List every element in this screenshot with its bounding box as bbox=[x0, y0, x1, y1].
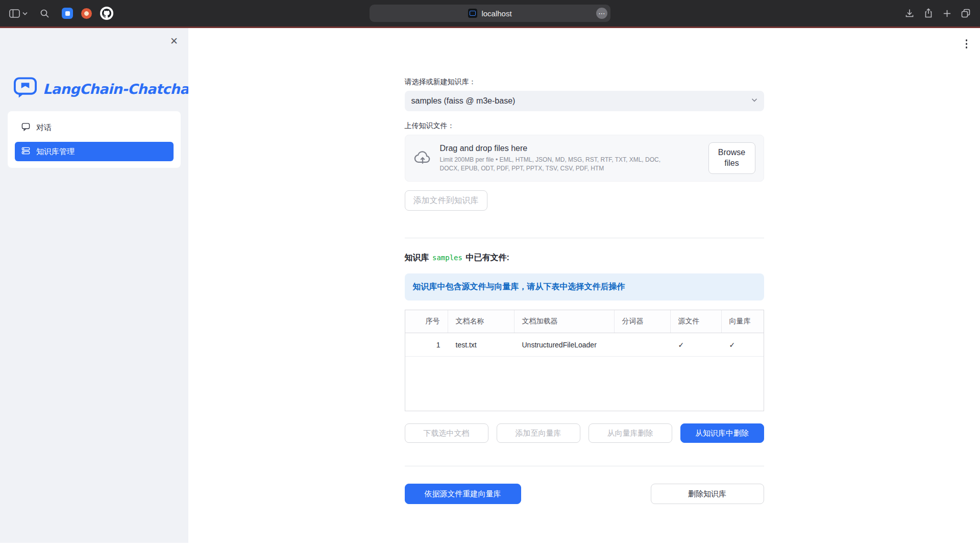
sidebar-toggle-icon[interactable] bbox=[9, 9, 20, 18]
logo-text: LangChain-Chatchat bbox=[43, 81, 195, 97]
table-header-vectorstore[interactable]: 向量库 bbox=[722, 310, 764, 333]
kb-heading-prefix: 知识库 bbox=[405, 253, 431, 262]
cell-filename: test.txt bbox=[448, 333, 514, 356]
content-column: 请选择或新建知识库： samples (faiss @ m3e-base) 上传… bbox=[405, 28, 764, 504]
upload-label: 上传知识文件： bbox=[405, 121, 764, 131]
toolbar-left-group bbox=[9, 7, 113, 20]
sidebar-item-knowledge-base[interactable]: 知识库管理 bbox=[15, 142, 174, 161]
chat-bubble-icon bbox=[21, 122, 30, 133]
sidebar-item-dialogue[interactable]: 对话 bbox=[15, 118, 174, 137]
kb-select-label: 请选择或新建知识库： bbox=[405, 78, 764, 87]
download-selected-button[interactable]: 下载选中文档 bbox=[405, 423, 488, 443]
table-header-splitter[interactable]: 分词器 bbox=[615, 310, 671, 333]
kb-manage-buttons: 依据源文件重建向量库 删除知识库 bbox=[405, 484, 764, 504]
cloud-upload-icon bbox=[413, 149, 432, 167]
cell-sourcefile-check: ✓ bbox=[671, 333, 722, 356]
file-dropzone[interactable]: Drag and drop files here Limit 200MB per… bbox=[405, 135, 764, 182]
browser-toolbar: localhost ⋯ bbox=[0, 0, 980, 27]
app-window: ✕ LangChain-Chatchat bbox=[0, 28, 980, 551]
dropzone-texts: Drag and drop files here Limit 200MB per… bbox=[440, 144, 700, 172]
close-sidebar-icon[interactable]: ✕ bbox=[170, 36, 178, 46]
kb-heading-suffix: 中已有文件: bbox=[463, 253, 509, 262]
extension-icon-blue[interactable] bbox=[62, 8, 73, 19]
table-empty-area bbox=[405, 357, 764, 411]
table-row[interactable]: 1 test.txt UnstructuredFileLoader ✓ ✓ bbox=[405, 333, 764, 357]
search-icon[interactable] bbox=[40, 9, 50, 18]
remove-from-vectorstore-button[interactable]: 从向量库删除 bbox=[589, 423, 672, 443]
delete-kb-button[interactable]: 删除知识库 bbox=[651, 484, 764, 504]
table-header-index[interactable]: 序号 bbox=[405, 310, 448, 333]
table-header-sourcefile[interactable]: 源文件 bbox=[671, 310, 722, 333]
kb-select[interactable]: samples (faiss @ m3e-base) bbox=[405, 91, 764, 111]
cell-splitter bbox=[615, 333, 671, 356]
sidebar-item-label: 知识库管理 bbox=[36, 147, 75, 157]
sidebar-nav: 对话 知识库管理 bbox=[8, 111, 181, 168]
kb-heading-code: samples bbox=[431, 254, 463, 262]
new-tab-icon[interactable] bbox=[942, 9, 952, 18]
extension-icon-orange[interactable] bbox=[81, 8, 92, 19]
address-bar[interactable]: localhost ⋯ bbox=[370, 5, 610, 22]
toolbar-right-group bbox=[904, 8, 971, 18]
add-to-vectorstore-button[interactable]: 添加至向量库 bbox=[497, 423, 580, 443]
url-options-icon[interactable]: ⋯ bbox=[596, 8, 607, 19]
downloads-icon[interactable] bbox=[904, 8, 915, 18]
delete-from-kb-button[interactable]: 从知识库中删除 bbox=[680, 423, 764, 443]
app-menu-icon[interactable] bbox=[964, 37, 970, 51]
rebuild-vectorstore-button[interactable]: 依据源文件重建向量库 bbox=[405, 484, 521, 504]
table-header-row: 序号 文档名称 文档加载器 分词器 源文件 向量库 bbox=[405, 310, 764, 333]
app-logo: LangChain-Chatchat bbox=[0, 28, 188, 101]
file-action-buttons: 下载选中文档 添加至向量库 从向量库删除 从知识库中删除 bbox=[405, 423, 764, 443]
select-chevron-down-icon bbox=[750, 95, 759, 107]
cell-index: 1 bbox=[405, 333, 448, 356]
sidebar: ✕ LangChain-Chatchat bbox=[0, 28, 188, 543]
tab-overview-icon[interactable] bbox=[961, 8, 971, 18]
url-text: localhost bbox=[481, 9, 511, 18]
main-area: 请选择或新建知识库： samples (faiss @ m3e-base) 上传… bbox=[188, 28, 980, 551]
sidebar-item-label: 对话 bbox=[36, 123, 52, 133]
sidebar-container: ✕ LangChain-Chatchat bbox=[0, 28, 188, 551]
section-divider bbox=[405, 238, 764, 238]
table-header-filename[interactable]: 文档名称 bbox=[448, 310, 514, 333]
section-divider bbox=[405, 466, 764, 466]
github-icon[interactable] bbox=[100, 7, 113, 20]
add-files-to-kb-button[interactable]: 添加文件到知识库 bbox=[405, 190, 487, 211]
chevron-down-icon[interactable] bbox=[22, 12, 28, 15]
site-favicon bbox=[468, 9, 477, 18]
kb-select-value: samples (faiss @ m3e-base) bbox=[411, 96, 750, 106]
share-icon[interactable] bbox=[923, 8, 934, 18]
info-banner: 知识库中包含源文件与向量库，请从下表中选择文件后操作 bbox=[405, 273, 764, 300]
browse-files-button[interactable]: Browse files bbox=[708, 142, 755, 174]
dropzone-limit-text: Limit 200MB per file • EML, HTML, JSON, … bbox=[440, 156, 663, 172]
kb-files-heading: 知识库 samples 中已有文件: bbox=[405, 253, 764, 263]
dropzone-title: Drag and drop files here bbox=[440, 144, 700, 153]
logo-bubble-icon bbox=[13, 77, 37, 101]
cell-vectorstore-check: ✓ bbox=[722, 333, 764, 356]
database-list-icon bbox=[21, 146, 30, 157]
table-header-loader[interactable]: 文档加载器 bbox=[514, 310, 615, 333]
cell-loader: UnstructuredFileLoader bbox=[514, 333, 615, 356]
files-table: 序号 文档名称 文档加载器 分词器 源文件 向量库 1 test.txt Uns… bbox=[405, 310, 764, 411]
